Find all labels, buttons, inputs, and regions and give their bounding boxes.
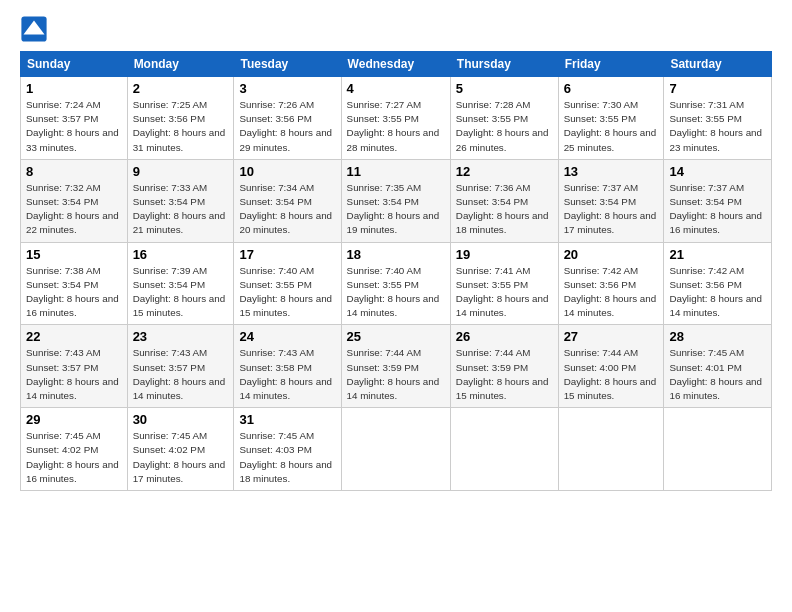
day-info: Sunrise: 7:42 AMSunset: 3:56 PMDaylight:…: [564, 264, 659, 321]
table-row: 21Sunrise: 7:42 AMSunset: 3:56 PMDayligh…: [664, 242, 772, 325]
table-row: 1Sunrise: 7:24 AMSunset: 3:57 PMDaylight…: [21, 77, 128, 160]
day-number: 30: [133, 412, 229, 427]
day-number: 14: [669, 164, 766, 179]
day-info: Sunrise: 7:35 AMSunset: 3:54 PMDaylight:…: [347, 181, 445, 238]
day-number: 27: [564, 329, 659, 344]
table-row: [341, 408, 450, 491]
table-row: 19Sunrise: 7:41 AMSunset: 3:55 PMDayligh…: [450, 242, 558, 325]
day-info: Sunrise: 7:44 AMSunset: 4:00 PMDaylight:…: [564, 346, 659, 403]
day-info: Sunrise: 7:45 AMSunset: 4:01 PMDaylight:…: [669, 346, 766, 403]
day-number: 4: [347, 81, 445, 96]
day-number: 1: [26, 81, 122, 96]
table-row: 18Sunrise: 7:40 AMSunset: 3:55 PMDayligh…: [341, 242, 450, 325]
col-monday: Monday: [127, 52, 234, 77]
day-info: Sunrise: 7:26 AMSunset: 3:56 PMDaylight:…: [239, 98, 335, 155]
table-row: 14Sunrise: 7:37 AMSunset: 3:54 PMDayligh…: [664, 159, 772, 242]
table-row: 2Sunrise: 7:25 AMSunset: 3:56 PMDaylight…: [127, 77, 234, 160]
day-number: 26: [456, 329, 553, 344]
header: [20, 15, 772, 43]
day-info: Sunrise: 7:27 AMSunset: 3:55 PMDaylight:…: [347, 98, 445, 155]
day-number: 17: [239, 247, 335, 262]
table-row: [664, 408, 772, 491]
day-number: 19: [456, 247, 553, 262]
table-row: 11Sunrise: 7:35 AMSunset: 3:54 PMDayligh…: [341, 159, 450, 242]
table-row: 5Sunrise: 7:28 AMSunset: 3:55 PMDaylight…: [450, 77, 558, 160]
day-number: 28: [669, 329, 766, 344]
day-info: Sunrise: 7:24 AMSunset: 3:57 PMDaylight:…: [26, 98, 122, 155]
day-number: 24: [239, 329, 335, 344]
day-number: 8: [26, 164, 122, 179]
day-info: Sunrise: 7:37 AMSunset: 3:54 PMDaylight:…: [669, 181, 766, 238]
calendar-week-3: 15Sunrise: 7:38 AMSunset: 3:54 PMDayligh…: [21, 242, 772, 325]
day-info: Sunrise: 7:39 AMSunset: 3:54 PMDaylight:…: [133, 264, 229, 321]
col-wednesday: Wednesday: [341, 52, 450, 77]
day-number: 21: [669, 247, 766, 262]
logo: [20, 15, 52, 43]
day-info: Sunrise: 7:40 AMSunset: 3:55 PMDaylight:…: [239, 264, 335, 321]
table-row: 4Sunrise: 7:27 AMSunset: 3:55 PMDaylight…: [341, 77, 450, 160]
day-info: Sunrise: 7:43 AMSunset: 3:57 PMDaylight:…: [133, 346, 229, 403]
day-number: 29: [26, 412, 122, 427]
day-info: Sunrise: 7:45 AMSunset: 4:02 PMDaylight:…: [26, 429, 122, 486]
day-info: Sunrise: 7:33 AMSunset: 3:54 PMDaylight:…: [133, 181, 229, 238]
col-sunday: Sunday: [21, 52, 128, 77]
day-info: Sunrise: 7:34 AMSunset: 3:54 PMDaylight:…: [239, 181, 335, 238]
table-row: 15Sunrise: 7:38 AMSunset: 3:54 PMDayligh…: [21, 242, 128, 325]
day-number: 11: [347, 164, 445, 179]
table-row: 6Sunrise: 7:30 AMSunset: 3:55 PMDaylight…: [558, 77, 664, 160]
day-number: 5: [456, 81, 553, 96]
table-row: 26Sunrise: 7:44 AMSunset: 3:59 PMDayligh…: [450, 325, 558, 408]
day-number: 18: [347, 247, 445, 262]
table-row: 29Sunrise: 7:45 AMSunset: 4:02 PMDayligh…: [21, 408, 128, 491]
day-number: 16: [133, 247, 229, 262]
day-info: Sunrise: 7:32 AMSunset: 3:54 PMDaylight:…: [26, 181, 122, 238]
day-number: 22: [26, 329, 122, 344]
calendar-week-1: 1Sunrise: 7:24 AMSunset: 3:57 PMDaylight…: [21, 77, 772, 160]
day-info: Sunrise: 7:41 AMSunset: 3:55 PMDaylight:…: [456, 264, 553, 321]
day-number: 6: [564, 81, 659, 96]
table-row: 9Sunrise: 7:33 AMSunset: 3:54 PMDaylight…: [127, 159, 234, 242]
day-number: 12: [456, 164, 553, 179]
table-row: 17Sunrise: 7:40 AMSunset: 3:55 PMDayligh…: [234, 242, 341, 325]
col-saturday: Saturday: [664, 52, 772, 77]
table-row: 3Sunrise: 7:26 AMSunset: 3:56 PMDaylight…: [234, 77, 341, 160]
table-row: 28Sunrise: 7:45 AMSunset: 4:01 PMDayligh…: [664, 325, 772, 408]
day-info: Sunrise: 7:37 AMSunset: 3:54 PMDaylight:…: [564, 181, 659, 238]
table-row: 22Sunrise: 7:43 AMSunset: 3:57 PMDayligh…: [21, 325, 128, 408]
table-row: 25Sunrise: 7:44 AMSunset: 3:59 PMDayligh…: [341, 325, 450, 408]
day-info: Sunrise: 7:44 AMSunset: 3:59 PMDaylight:…: [456, 346, 553, 403]
day-info: Sunrise: 7:43 AMSunset: 3:57 PMDaylight:…: [26, 346, 122, 403]
day-info: Sunrise: 7:45 AMSunset: 4:03 PMDaylight:…: [239, 429, 335, 486]
day-number: 20: [564, 247, 659, 262]
day-number: 31: [239, 412, 335, 427]
table-row: 23Sunrise: 7:43 AMSunset: 3:57 PMDayligh…: [127, 325, 234, 408]
day-info: Sunrise: 7:45 AMSunset: 4:02 PMDaylight:…: [133, 429, 229, 486]
table-row: [558, 408, 664, 491]
day-info: Sunrise: 7:31 AMSunset: 3:55 PMDaylight:…: [669, 98, 766, 155]
table-row: 16Sunrise: 7:39 AMSunset: 3:54 PMDayligh…: [127, 242, 234, 325]
calendar-header-row: Sunday Monday Tuesday Wednesday Thursday…: [21, 52, 772, 77]
table-row: 7Sunrise: 7:31 AMSunset: 3:55 PMDaylight…: [664, 77, 772, 160]
day-number: 13: [564, 164, 659, 179]
day-info: Sunrise: 7:40 AMSunset: 3:55 PMDaylight:…: [347, 264, 445, 321]
table-row: 24Sunrise: 7:43 AMSunset: 3:58 PMDayligh…: [234, 325, 341, 408]
day-number: 9: [133, 164, 229, 179]
table-row: 31Sunrise: 7:45 AMSunset: 4:03 PMDayligh…: [234, 408, 341, 491]
day-info: Sunrise: 7:25 AMSunset: 3:56 PMDaylight:…: [133, 98, 229, 155]
day-number: 10: [239, 164, 335, 179]
day-info: Sunrise: 7:36 AMSunset: 3:54 PMDaylight:…: [456, 181, 553, 238]
day-info: Sunrise: 7:44 AMSunset: 3:59 PMDaylight:…: [347, 346, 445, 403]
table-row: 20Sunrise: 7:42 AMSunset: 3:56 PMDayligh…: [558, 242, 664, 325]
day-info: Sunrise: 7:30 AMSunset: 3:55 PMDaylight:…: [564, 98, 659, 155]
calendar-week-5: 29Sunrise: 7:45 AMSunset: 4:02 PMDayligh…: [21, 408, 772, 491]
day-number: 15: [26, 247, 122, 262]
table-row: 8Sunrise: 7:32 AMSunset: 3:54 PMDaylight…: [21, 159, 128, 242]
page-container: Sunday Monday Tuesday Wednesday Thursday…: [0, 0, 792, 501]
calendar-week-2: 8Sunrise: 7:32 AMSunset: 3:54 PMDaylight…: [21, 159, 772, 242]
day-number: 2: [133, 81, 229, 96]
calendar-table: Sunday Monday Tuesday Wednesday Thursday…: [20, 51, 772, 491]
calendar-week-4: 22Sunrise: 7:43 AMSunset: 3:57 PMDayligh…: [21, 325, 772, 408]
day-number: 23: [133, 329, 229, 344]
day-info: Sunrise: 7:28 AMSunset: 3:55 PMDaylight:…: [456, 98, 553, 155]
table-row: 27Sunrise: 7:44 AMSunset: 4:00 PMDayligh…: [558, 325, 664, 408]
